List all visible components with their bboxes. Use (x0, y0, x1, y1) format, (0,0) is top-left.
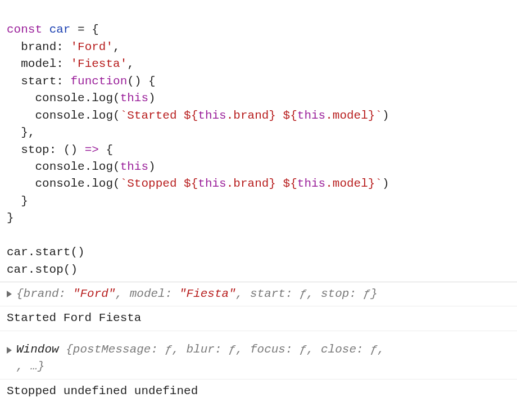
console-row-stopped: Stopped undefined undefined (0, 380, 517, 403)
line-3: model: 'Fiesta', (7, 57, 134, 70)
string-fiesta: 'Fiesta' (70, 57, 127, 70)
code-block: const car = { brand: 'Ford', model: 'Fie… (0, 0, 517, 282)
keyword-function: function (70, 75, 127, 88)
line-10: console.log(`Stopped ${this.brand} ${thi… (7, 177, 389, 190)
line-4: start: function() { (7, 75, 156, 88)
string-ford: 'Ford' (70, 40, 113, 53)
console-row-started: Started Ford Fiesta (0, 306, 517, 331)
console-row-object[interactable]: {brand: "Ford", model: "Fiesta", start: … (0, 282, 517, 306)
prop-brand: brand (21, 40, 56, 53)
prop-stop: stop (21, 143, 49, 156)
line-11: } (7, 195, 28, 207)
line-2: brand: 'Ford', (7, 40, 120, 53)
line-8: stop: () => { (7, 143, 113, 156)
keyword-const: const (7, 23, 42, 36)
log-text: Started Ford Fiesta (7, 310, 141, 327)
expand-icon[interactable] (7, 291, 12, 297)
logged-object: {brand: "Ford", model: "Fiesta", start: … (16, 286, 378, 302)
keyword-this: this (120, 160, 148, 173)
line-7: }, (7, 126, 35, 139)
arrow: => (85, 143, 99, 156)
prop-start: start (21, 75, 56, 88)
punct: = { (70, 23, 98, 36)
line-9: console.log(this) (7, 160, 156, 173)
line-15: car.stop() (7, 263, 78, 276)
prop-model: model (21, 57, 56, 70)
line-6: console.log(`Started ${this.brand} ${thi… (7, 109, 389, 122)
logged-window-object: Window {postMessage: ƒ, blur: ƒ, focus: … (16, 341, 384, 376)
line-14: car.start() (7, 246, 85, 259)
console-output: {brand: "Ford", model: "Fiesta", start: … (0, 282, 517, 403)
identifier-car: car (49, 23, 71, 36)
expand-icon[interactable] (7, 347, 12, 354)
console-row-window[interactable]: Window {postMessage: ƒ, blur: ƒ, focus: … (0, 331, 517, 380)
log-text: Stopped undefined undefined (7, 383, 198, 400)
keyword-this: this (120, 92, 148, 105)
line-1: const car = { (7, 23, 99, 36)
line-12: } (7, 211, 14, 224)
line-5: console.log(this) (7, 92, 156, 105)
